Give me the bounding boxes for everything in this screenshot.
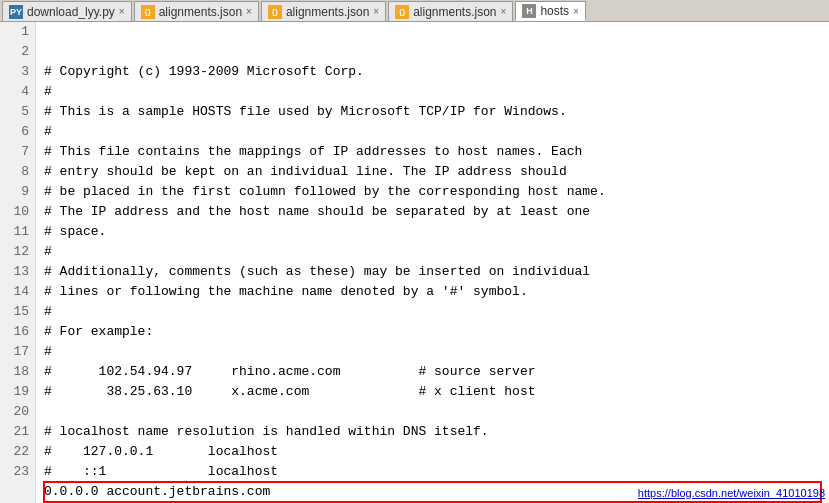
line-num-6: 6 [6,122,29,142]
tab-3[interactable]: {}alignments.json× [388,1,513,21]
line-num-4: 4 [6,82,29,102]
code-line-4: # [44,122,821,142]
code-content[interactable]: # Copyright (c) 1993-2009 Microsoft Corp… [36,22,829,503]
line-num-14: 14 [6,282,29,302]
code-line-10: # [44,242,821,262]
code-line-2: # [44,82,821,102]
code-line-8: # The IP address and the host name shoul… [44,202,821,222]
line-num-9: 9 [6,182,29,202]
line-numbers: 1234567891011121314151617181920212223 [0,22,36,503]
code-line-1: # Copyright (c) 1993-2009 Microsoft Corp… [44,62,821,82]
code-line-14: # For example: [44,322,821,342]
tab-bar: PYdownload_lyy.py×{}alignments.json×{}al… [0,0,829,22]
line-num-20: 20 [6,402,29,422]
line-num-7: 7 [6,142,29,162]
line-num-22: 22 [6,442,29,462]
tab-icon-4: H [522,4,536,18]
tab-icon-3: {} [395,5,409,19]
code-line-9: # space. [44,222,821,242]
tab-label-4: hosts [540,4,569,18]
code-line-12: # lines or following the machine name de… [44,282,821,302]
line-num-19: 19 [6,382,29,402]
line-num-21: 21 [6,422,29,442]
line-num-2: 2 [6,42,29,62]
line-num-16: 16 [6,322,29,342]
tab-0[interactable]: PYdownload_lyy.py× [2,1,132,21]
line-num-23: 23 [6,462,29,482]
line-num-15: 15 [6,302,29,322]
tab-2[interactable]: {}alignments.json× [261,1,386,21]
code-line-7: # be placed in the first column followed… [44,182,821,202]
line-num-12: 12 [6,242,29,262]
code-line-18 [44,402,821,422]
code-line-15: # [44,342,821,362]
tab-close-2[interactable]: × [373,6,379,17]
line-num-5: 5 [6,102,29,122]
editor: 1234567891011121314151617181920212223 # … [0,22,829,503]
tab-close-3[interactable]: × [501,6,507,17]
tab-1[interactable]: {}alignments.json× [134,1,259,21]
tab-close-1[interactable]: × [246,6,252,17]
line-num-18: 18 [6,362,29,382]
tab-label-3: alignments.json [413,5,496,19]
code-line-6: # entry should be kept on an individual … [44,162,821,182]
code-line-16: # 102.54.94.97 rhino.acme.com # source s… [44,362,821,382]
tab-label-1: alignments.json [159,5,242,19]
line-num-17: 17 [6,342,29,362]
line-num-3: 3 [6,62,29,82]
line-num-11: 11 [6,222,29,242]
code-line-21: # ::1 localhost [44,462,821,482]
line-num-8: 8 [6,162,29,182]
tab-close-4[interactable]: × [573,6,579,17]
tab-4[interactable]: Hhosts× [515,1,586,21]
tab-label-0: download_lyy.py [27,5,115,19]
code-line-20: # 127.0.0.1 localhost [44,442,821,462]
code-line-11: # Additionally, comments (such as these)… [44,262,821,282]
tab-icon-1: {} [141,5,155,19]
tab-close-0[interactable]: × [119,6,125,17]
tab-icon-0: PY [9,5,23,19]
tab-icon-2: {} [268,5,282,19]
code-line-5: # This file contains the mappings of IP … [44,142,821,162]
watermark: https://blog.csdn.net/weixin_41010198 [638,487,825,499]
code-line-3: # This is a sample HOSTS file used by Mi… [44,102,821,122]
line-num-10: 10 [6,202,29,222]
code-line-19: # localhost name resolution is handled w… [44,422,821,442]
tab-label-2: alignments.json [286,5,369,19]
code-line-13: # [44,302,821,322]
line-num-1: 1 [6,22,29,42]
line-num-13: 13 [6,262,29,282]
code-line-17: # 38.25.63.10 x.acme.com # x client host [44,382,821,402]
